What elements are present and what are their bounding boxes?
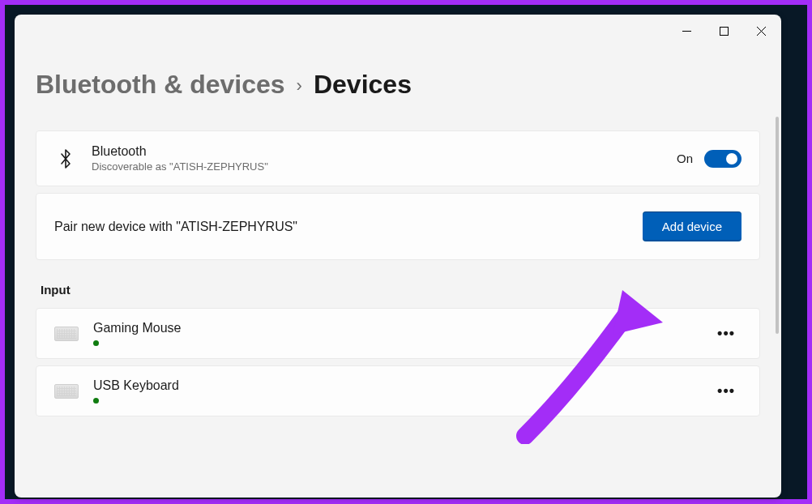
bluetooth-toggle-group: On	[677, 150, 741, 168]
bluetooth-toggle-card: Bluetooth Discoverable as "ATISH-ZEPHYRU…	[36, 130, 760, 186]
more-options-button[interactable]: •••	[711, 378, 741, 404]
keyboard-icon	[54, 327, 79, 341]
status-dot	[93, 340, 99, 346]
settings-window: Bluetooth & devices › Devices Bluetooth …	[15, 15, 781, 498]
pair-device-card: Pair new device with "ATISH-ZEPHYRUS" Ad…	[36, 193, 760, 260]
outer-frame: Bluetooth & devices › Devices Bluetooth …	[5, 5, 807, 499]
bluetooth-info: Bluetooth Discoverable as "ATISH-ZEPHYRU…	[92, 144, 677, 173]
svg-rect-1	[720, 27, 728, 35]
status-dot	[93, 398, 99, 404]
device-row-gaming-mouse[interactable]: Gaming Mouse •••	[36, 308, 760, 359]
device-info: Gaming Mouse	[93, 321, 711, 346]
bluetooth-icon	[54, 147, 77, 170]
add-device-button[interactable]: Add device	[643, 211, 741, 241]
minimize-icon	[682, 27, 691, 36]
titlebar	[15, 15, 781, 47]
device-row-usb-keyboard[interactable]: USB Keyboard •••	[36, 365, 760, 416]
maximize-button[interactable]	[705, 15, 742, 47]
breadcrumb-parent[interactable]: Bluetooth & devices	[36, 70, 285, 100]
section-label-input: Input	[41, 283, 760, 297]
more-options-button[interactable]: •••	[711, 320, 741, 347]
breadcrumb-current: Devices	[314, 70, 412, 100]
bluetooth-title: Bluetooth	[92, 144, 677, 159]
breadcrumb: Bluetooth & devices › Devices	[36, 70, 760, 100]
content-area: Bluetooth & devices › Devices Bluetooth …	[15, 47, 781, 498]
scrollbar-thumb[interactable]	[776, 117, 779, 334]
toggle-state-label: On	[677, 152, 693, 165]
pair-device-text: Pair new device with "ATISH-ZEPHYRUS"	[54, 220, 643, 234]
close-icon	[757, 27, 766, 36]
device-name: Gaming Mouse	[93, 321, 711, 335]
chevron-right-icon: ›	[297, 75, 302, 96]
device-info: USB Keyboard	[93, 378, 711, 404]
bluetooth-subtitle: Discoverable as "ATISH-ZEPHYRUS"	[92, 160, 677, 173]
close-button[interactable]	[742, 15, 780, 47]
bluetooth-toggle[interactable]	[704, 150, 741, 168]
keyboard-icon	[54, 384, 79, 399]
device-name: USB Keyboard	[93, 378, 711, 393]
maximize-icon	[720, 27, 729, 36]
minimize-button[interactable]	[668, 15, 705, 47]
